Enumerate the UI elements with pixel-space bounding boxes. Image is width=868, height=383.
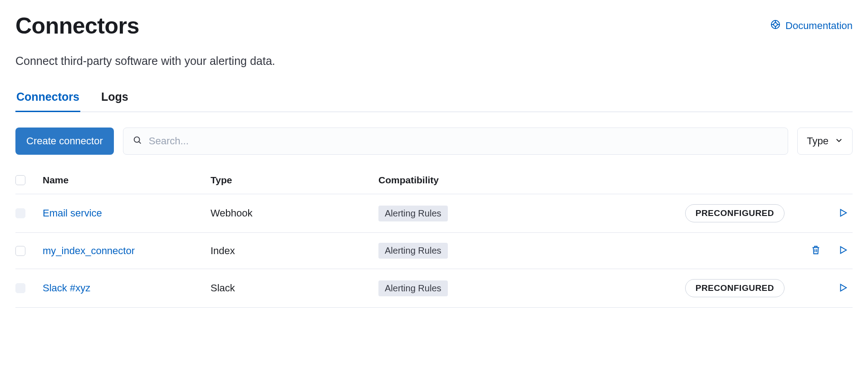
play-icon bbox=[838, 283, 848, 294]
run-button[interactable] bbox=[836, 243, 850, 258]
play-icon bbox=[838, 245, 848, 256]
search-icon bbox=[132, 135, 142, 147]
svg-marker-8 bbox=[841, 209, 847, 216]
play-icon bbox=[838, 208, 848, 219]
connectors-table: Name Type Compatibility Email serviceWeb… bbox=[15, 170, 853, 308]
select-all-checkbox[interactable] bbox=[15, 175, 25, 185]
type-filter-label: Type bbox=[807, 135, 829, 147]
connector-name-link[interactable]: Slack #xyz bbox=[43, 282, 90, 294]
connector-name-link[interactable]: Email service bbox=[43, 207, 102, 219]
type-filter[interactable]: Type bbox=[797, 128, 853, 155]
documentation-link-label: Documentation bbox=[785, 20, 853, 32]
create-connector-button[interactable]: Create connector bbox=[15, 128, 114, 155]
tab-logs[interactable]: Logs bbox=[100, 90, 129, 112]
preconfigured-badge: PRECONFIGURED bbox=[685, 279, 785, 297]
connector-type: Index bbox=[211, 245, 378, 257]
delete-button[interactable] bbox=[809, 243, 823, 258]
run-button[interactable] bbox=[836, 281, 850, 296]
table-row: Slack #xyzSlackAlerting RulesPRECONFIGUR… bbox=[15, 269, 853, 308]
row-checkbox bbox=[15, 208, 25, 218]
row-checkbox[interactable] bbox=[15, 246, 25, 256]
table-row: my_index_connectorIndexAlerting Rules bbox=[15, 233, 853, 269]
search-field[interactable] bbox=[123, 128, 789, 155]
connector-name-link[interactable]: my_index_connector bbox=[43, 245, 135, 256]
page-title: Connectors bbox=[15, 13, 139, 39]
page-subtitle: Connect third-party software with your a… bbox=[15, 54, 853, 68]
trash-icon bbox=[811, 245, 821, 256]
connector-type: Webhook bbox=[211, 207, 378, 219]
tabs: ConnectorsLogs bbox=[15, 90, 853, 112]
row-checkbox bbox=[15, 283, 25, 293]
table-header: Name Type Compatibility bbox=[15, 170, 853, 194]
column-compatibility[interactable]: Compatibility bbox=[378, 175, 560, 186]
svg-point-1 bbox=[774, 23, 777, 26]
search-input[interactable] bbox=[149, 128, 779, 154]
preconfigured-badge: PRECONFIGURED bbox=[685, 204, 785, 222]
table-row: Email serviceWebhookAlerting RulesPRECON… bbox=[15, 194, 853, 233]
chevron-down-icon bbox=[835, 135, 843, 147]
svg-marker-12 bbox=[841, 284, 847, 291]
compatibility-badge: Alerting Rules bbox=[378, 243, 448, 259]
column-name[interactable]: Name bbox=[43, 175, 211, 186]
compatibility-badge: Alerting Rules bbox=[378, 280, 448, 296]
column-type[interactable]: Type bbox=[211, 175, 378, 186]
help-icon bbox=[770, 19, 781, 33]
compatibility-badge: Alerting Rules bbox=[378, 206, 448, 221]
svg-line-7 bbox=[139, 142, 141, 143]
connector-type: Slack bbox=[211, 282, 378, 294]
tab-connectors[interactable]: Connectors bbox=[15, 90, 80, 112]
svg-marker-11 bbox=[841, 247, 847, 254]
svg-point-6 bbox=[134, 137, 139, 142]
run-button[interactable] bbox=[836, 206, 850, 221]
documentation-link[interactable]: Documentation bbox=[770, 19, 853, 33]
